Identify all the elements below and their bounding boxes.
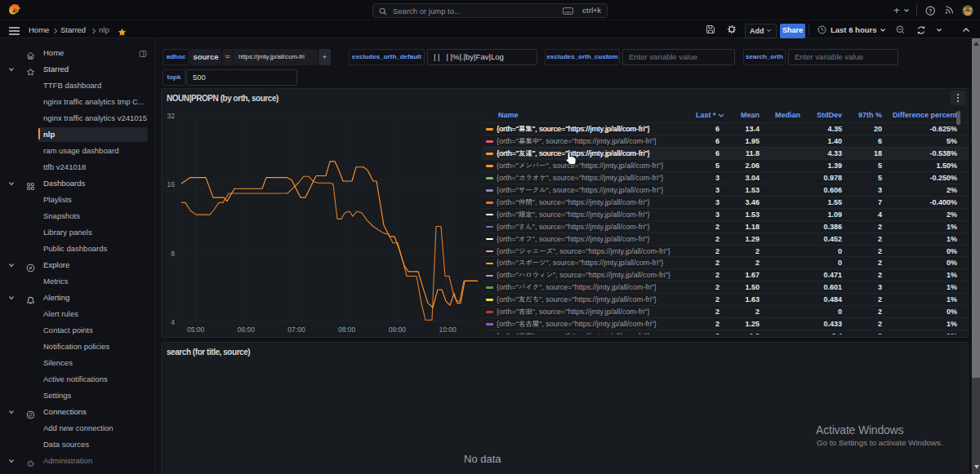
svg-text:?: ? xyxy=(929,7,932,13)
